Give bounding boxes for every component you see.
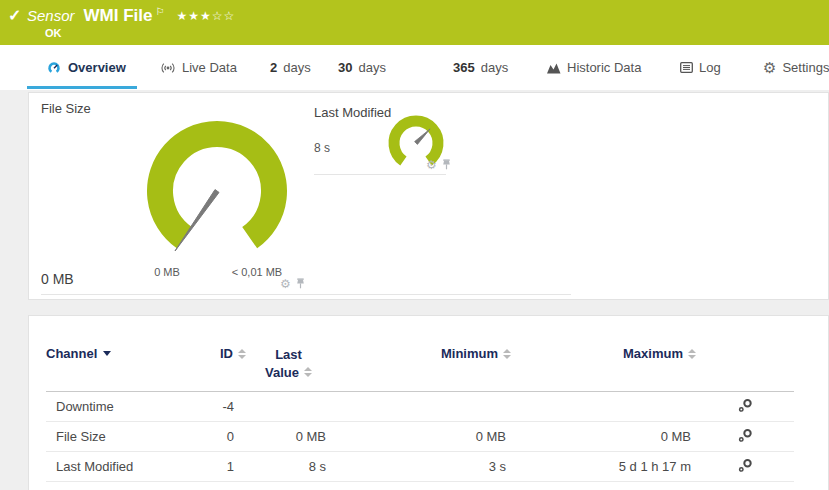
sort-icon — [688, 349, 696, 359]
maximum-header-label: Maximum — [623, 346, 683, 361]
gauge-min-label: 0 MB — [139, 266, 195, 278]
tab-log-label: Log — [699, 60, 721, 75]
gauge-settings-gear-icon[interactable]: ⚙ — [280, 278, 291, 290]
gauges-panel: File Size 0 MB < 0,01 MB 0 MB ⚙ Last Mod… — [28, 92, 829, 300]
tab-overview-label: Overview — [68, 60, 126, 75]
status-text: OK — [45, 27, 62, 39]
channel-name-cell: Last Modified — [46, 452, 196, 482]
widget-divider — [41, 294, 571, 295]
channel-last-value-cell: 8 s — [246, 452, 331, 482]
last-value-header-line2: Value — [265, 365, 299, 380]
channel-id-cell: 0 — [196, 422, 246, 452]
channel-maximum-cell: 0 MB — [511, 422, 696, 452]
gauge-icon — [47, 61, 62, 74]
channel-settings-cell — [696, 422, 794, 452]
file-size-title: File Size — [41, 101, 91, 116]
tab-30-days-number: 30 — [338, 60, 352, 75]
tab-log[interactable]: Log — [680, 45, 721, 90]
tab-live-data-label: Live Data — [182, 60, 237, 75]
pin-icon[interactable] — [296, 278, 305, 289]
live-data-icon — [160, 62, 176, 74]
last-modified-current-value: 8 s — [314, 141, 330, 155]
column-header-channel[interactable]: Channel — [46, 338, 196, 392]
column-header-minimum[interactable]: Minimum — [331, 338, 511, 392]
minimum-header-label: Minimum — [441, 346, 498, 361]
id-header-label: ID — [220, 346, 233, 361]
channel-maximum-cell — [511, 392, 696, 422]
table-row: File Size 0 0 MB 0 MB 0 MB — [46, 422, 794, 452]
priority-stars[interactable]: ★★★☆☆ — [176, 9, 235, 23]
flag-icon[interactable]: ⚐ — [155, 6, 164, 17]
channel-id-cell: 1 — [196, 452, 246, 482]
channel-settings-icon[interactable] — [738, 398, 753, 413]
channels-table: Channel ID Last Value Minimum Maximum — [46, 338, 794, 482]
table-header-row: Channel ID Last Value Minimum Maximum — [46, 338, 794, 392]
prtg-sensor-page: ✓ Sensor WMI File ⚐ ★★★☆☆ OK Overview — [0, 0, 829, 490]
tab-live-data[interactable]: Live Data — [160, 45, 237, 90]
channel-last-value-cell — [246, 392, 331, 422]
log-list-icon — [680, 62, 693, 73]
channel-minimum-cell: 3 s — [331, 452, 511, 482]
channel-header-label: Channel — [46, 346, 97, 361]
channel-settings-cell — [696, 452, 794, 482]
channel-name-cell: Downtime — [46, 392, 196, 422]
settings-gear-icon: ⚙ — [763, 60, 776, 75]
channel-settings-icon[interactable] — [738, 428, 753, 443]
last-value-header-line1: Last — [275, 347, 302, 362]
channel-settings-cell — [696, 392, 794, 422]
channel-name-cell: File Size — [46, 422, 196, 452]
tab-overview[interactable]: Overview — [47, 45, 126, 90]
tab-2-days-number: 2 — [270, 60, 277, 75]
sensor-kind-label: Sensor — [27, 7, 75, 24]
tab-365-days[interactable]: 365 days — [453, 45, 508, 90]
tab-historic-data-label: Historic Data — [567, 60, 641, 75]
column-header-actions — [696, 338, 794, 392]
status-check-icon: ✓ — [8, 6, 21, 25]
channel-maximum-cell: 5 d 1 h 17 m — [511, 452, 696, 482]
tab-settings-label: Settings — [782, 60, 829, 75]
widget-divider — [314, 174, 446, 175]
channel-last-value-cell: 0 MB — [246, 422, 331, 452]
active-tab-indicator — [27, 86, 137, 89]
tab-settings[interactable]: ⚙ Settings — [763, 45, 829, 90]
table-row: Last Modified 1 8 s 3 s 5 d 1 h 17 m — [46, 452, 794, 482]
sort-icon — [304, 367, 312, 377]
gauge-settings-gear-icon[interactable]: ⚙ — [426, 159, 437, 171]
column-header-last-value[interactable]: Last Value — [246, 338, 331, 392]
sort-icon — [238, 349, 246, 359]
tab-30-days-label: days — [358, 60, 385, 75]
pin-icon[interactable] — [442, 159, 451, 170]
tab-bar: Overview Live Data 2 days 30 days 365 da… — [0, 45, 829, 90]
sort-icon — [503, 349, 511, 359]
channel-minimum-cell — [331, 392, 511, 422]
sensor-status-bar: ✓ Sensor WMI File ⚐ ★★★☆☆ OK — [0, 0, 829, 45]
table-row: Downtime -4 — [46, 392, 794, 422]
column-header-maximum[interactable]: Maximum — [511, 338, 696, 392]
tab-30-days[interactable]: 30 days — [338, 45, 386, 90]
file-size-gauge — [137, 111, 297, 261]
channel-minimum-cell: 0 MB — [331, 422, 511, 452]
channel-settings-icon[interactable] — [738, 458, 753, 473]
tab-historic-data[interactable]: Historic Data — [547, 45, 641, 90]
tab-365-days-label: days — [481, 60, 508, 75]
tab-2-days-label: days — [283, 60, 310, 75]
chevron-down-icon — [103, 351, 111, 356]
channel-id-cell: -4 — [196, 392, 246, 422]
last-modified-title: Last Modified — [314, 105, 391, 120]
tab-365-days-number: 365 — [453, 60, 475, 75]
column-header-id[interactable]: ID — [196, 338, 246, 392]
area-chart-icon — [547, 62, 561, 74]
tab-2-days[interactable]: 2 days — [270, 45, 311, 90]
file-size-current-value: 0 MB — [41, 271, 74, 287]
channels-panel: Channel ID Last Value Minimum Maximum — [28, 315, 829, 490]
sensor-title: WMI File — [84, 6, 153, 26]
